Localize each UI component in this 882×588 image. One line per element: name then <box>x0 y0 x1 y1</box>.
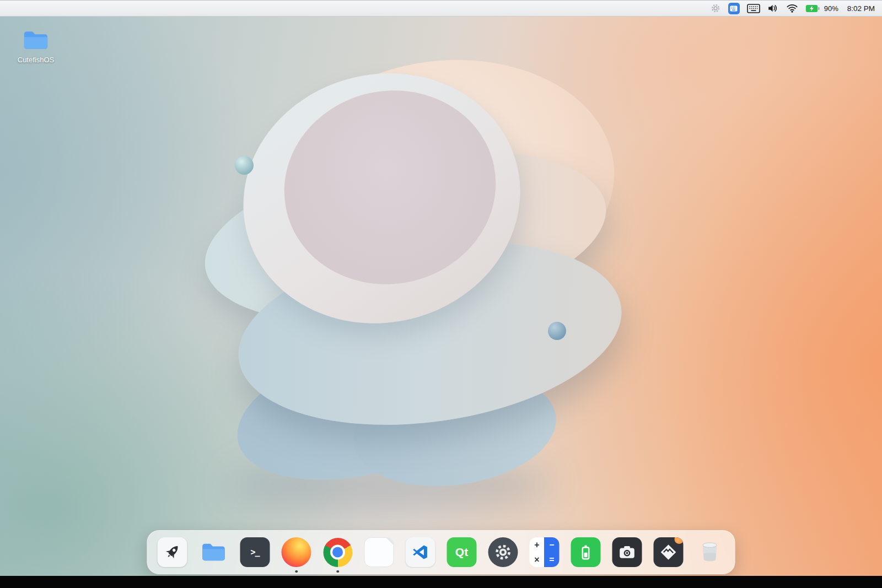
trash-bin-icon <box>698 539 722 565</box>
calculator-icon: + − × = <box>530 537 560 567</box>
terminal-glyph: >_ <box>250 547 259 557</box>
cutefish-desktop-screen: 90% 8:02 PM CutefishOS <box>0 0 882 588</box>
camera-glyph-icon <box>617 542 638 563</box>
battery-percent-label: 90% <box>824 4 838 13</box>
wifi-tray-icon[interactable] <box>786 2 798 14</box>
settings-icon <box>488 537 518 567</box>
text-editor-icon <box>364 537 394 567</box>
multiply-glyph: × <box>530 555 545 565</box>
updater-gear-icon[interactable] <box>710 2 721 14</box>
running-indicator <box>295 570 298 573</box>
page-fold <box>386 538 394 545</box>
inkscape-diamond-icon <box>659 542 679 562</box>
battery-icon <box>576 542 596 562</box>
minus-glyph: − <box>545 540 560 550</box>
input-method-tray-icon[interactable] <box>728 2 740 14</box>
dock-item-calculator[interactable]: + − × = <box>530 537 560 567</box>
dock-item-battery-monitor[interactable] <box>571 537 601 567</box>
dock: >_ <box>147 530 735 574</box>
running-indicator <box>336 570 339 573</box>
qt-glyph: Qt <box>455 546 468 559</box>
dock-item-terminal[interactable]: >_ <box>240 537 270 567</box>
dock-item-vscode[interactable] <box>406 537 435 567</box>
chrome-icon <box>323 538 352 567</box>
vscode-logo-icon <box>412 543 429 561</box>
input-method-badge <box>728 3 740 14</box>
trash-icon <box>695 537 725 567</box>
dock-item-launcher[interactable] <box>158 537 187 567</box>
vscode-icon <box>406 537 435 567</box>
firefox-icon <box>282 537 311 567</box>
terminal-icon: >_ <box>240 537 270 567</box>
dock-item-chrome[interactable] <box>323 537 353 567</box>
camera-icon <box>612 537 642 567</box>
equals-glyph: = <box>545 555 560 565</box>
wallpaper-sphere-right <box>548 322 566 340</box>
launcher-icon <box>158 537 187 567</box>
bottom-black-strip <box>0 576 882 588</box>
dock-item-text-editor[interactable] <box>364 537 394 567</box>
wallpaper-sphere-left <box>235 156 254 175</box>
top-status-bar: 90% 8:02 PM <box>0 0 882 17</box>
folder-icon <box>19 25 53 55</box>
clock-label[interactable]: 8:02 PM <box>847 4 875 13</box>
dock-item-file-manager[interactable] <box>199 537 229 567</box>
plus-glyph: + <box>530 540 545 550</box>
dock-item-settings[interactable] <box>488 537 518 567</box>
file-manager-icon <box>200 538 228 567</box>
keyboard-tray-icon[interactable] <box>747 2 760 14</box>
dock-item-inkscape[interactable] <box>654 537 684 567</box>
dock-item-camera[interactable] <box>612 537 642 567</box>
dock-item-firefox[interactable] <box>282 537 311 567</box>
desktop-folder-label: CutefishOS <box>18 56 54 64</box>
volume-tray-icon[interactable] <box>767 2 779 14</box>
inkscape-orange-accent <box>675 537 684 544</box>
inkscape-icon <box>654 537 684 567</box>
desktop-wallpaper: CutefishOS >_ <box>0 17 882 576</box>
rocket-icon <box>163 543 182 562</box>
dock-item-qt-creator[interactable]: Qt <box>447 537 477 567</box>
battery-tray-icon[interactable] <box>805 2 820 14</box>
qt-creator-icon: Qt <box>447 537 477 567</box>
gear-icon <box>493 542 513 562</box>
battery-monitor-icon <box>571 537 601 567</box>
dock-item-trash[interactable] <box>695 537 725 567</box>
chrome-icon-center <box>332 547 343 558</box>
desktop-folder-cutefishos[interactable]: CutefishOS <box>11 25 61 64</box>
